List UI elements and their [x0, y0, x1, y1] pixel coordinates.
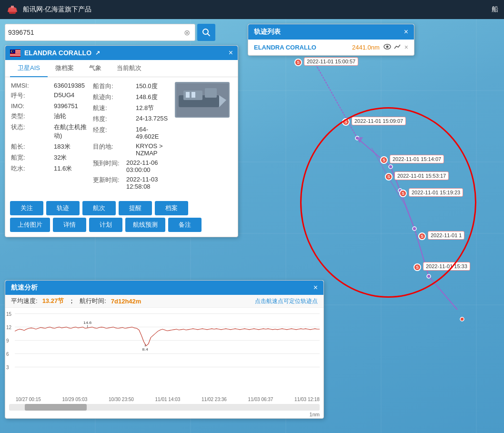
- speed-chart-area: 15 12 9 6 3 14.6 8.4: [5, 308, 323, 396]
- btn-remark[interactable]: 备注: [168, 218, 202, 232]
- flag-icon: [10, 50, 20, 57]
- svg-line-6: [429, 276, 457, 310]
- info-lat: 纬度: 24-13.725S: [93, 115, 170, 123]
- ts-icon-3: S: [380, 156, 388, 164]
- tab-current-voyage[interactable]: 当前航次: [109, 60, 149, 77]
- svg-rect-38: [10, 55, 20, 56]
- svg-line-7: [405, 205, 414, 229]
- search-button[interactable]: [197, 24, 215, 41]
- ship-panel-title-area: ELANDRA CORALLO ↗: [10, 49, 100, 57]
- tab-satellite-ais[interactable]: 卫星AIS: [10, 60, 48, 77]
- speed-stats-row: 平均速度: 13.27节 ； 航行时间: 7d12h42m 点击航速点可定位轨迹…: [5, 295, 323, 308]
- label-imo: IMO:: [11, 102, 54, 110]
- value-mmsi: 636019385: [54, 82, 85, 89]
- info-eta: 预到时间: 2022-11-06 03:00:00: [93, 159, 170, 173]
- travel-time-label: 航行时间:: [80, 297, 106, 305]
- label-lat: 纬度:: [93, 115, 136, 123]
- svg-line-30: [208, 34, 210, 36]
- avg-speed-label: 平均速度:: [11, 297, 38, 305]
- ship-tabs: 卫星AIS 微档案 气象 当前航次: [5, 60, 238, 77]
- ts-label-4: 2022-11-01 15:53:17: [394, 171, 449, 180]
- unit-label: 1nm: [5, 412, 323, 418]
- external-link-icon[interactable]: ↗: [95, 50, 100, 56]
- btn-detail[interactable]: 详情: [53, 218, 86, 232]
- value-length: 183米: [54, 142, 71, 151]
- x-axis-labels: 10/27 00:15 10/29 05:03 10/30 23:50 11/0…: [5, 396, 323, 403]
- btn-profile[interactable]: 档案: [155, 201, 188, 215]
- btn-upload-photo[interactable]: 上传图片: [10, 218, 50, 232]
- y-tick-9: 9: [6, 338, 9, 343]
- speed-panel-header: 航速分析 ×: [5, 281, 323, 295]
- btn-follow[interactable]: 关注: [10, 201, 43, 215]
- btn-plan[interactable]: 计划: [89, 218, 122, 232]
- label-length: 船长:: [11, 142, 54, 151]
- value-status: 在航(主机推动): [54, 123, 88, 140]
- btn-voyage[interactable]: 航次: [82, 201, 116, 215]
- svg-rect-49: [192, 92, 195, 98]
- track-ship-name: ELANDRA CORALLO: [254, 44, 348, 51]
- label-dest: 目的地:: [93, 142, 136, 157]
- ship-panel-close-button[interactable]: ×: [229, 49, 233, 57]
- label-lon: 经度:: [93, 126, 136, 140]
- value-width: 32米: [54, 153, 67, 162]
- chart-scrollbar[interactable]: [9, 404, 320, 411]
- svg-rect-48: [186, 92, 190, 98]
- label-course: 航迹向:: [93, 93, 136, 101]
- info-imo: IMO: 9396751: [11, 102, 88, 110]
- ship-info-left: MMSI: 636019385 呼号: D5UG4 IMO: 9396751 类…: [11, 82, 88, 192]
- label-callsign: 呼号:: [11, 91, 54, 100]
- chart-scrollbar-thumb[interactable]: [25, 404, 87, 411]
- svg-text:8.4: 8.4: [142, 347, 149, 352]
- svg-point-51: [386, 46, 388, 48]
- search-input[interactable]: [8, 29, 182, 36]
- svg-point-15: [427, 274, 431, 278]
- track-remove-icon[interactable]: ×: [404, 43, 408, 51]
- ts-icon-7: S: [413, 263, 421, 271]
- header: 船讯网·亿海蓝旗下产品 船: [0, 0, 504, 19]
- info-callsign: 呼号: D5UG4: [11, 91, 88, 100]
- x-label-0: 10/27 00:15: [16, 397, 41, 402]
- info-type: 类型: 油轮: [11, 112, 88, 121]
- info-course: 航迹向: 148.6度: [93, 93, 170, 101]
- track-eye-icon[interactable]: [383, 43, 391, 51]
- tab-weather[interactable]: 气象: [81, 60, 109, 77]
- ship-info-body: MMSI: 636019385 呼号: D5UG4 IMO: 9396751 类…: [5, 77, 238, 197]
- track-chart-icon[interactable]: [394, 43, 402, 51]
- ship-actions-row1: 关注 轨迹 航次 提醒 档案: [5, 197, 238, 218]
- y-tick-6: 6: [6, 352, 9, 357]
- ts-icon-5: S: [399, 190, 407, 197]
- search-clear-button[interactable]: ⊗: [182, 28, 192, 37]
- tab-micro-profile[interactable]: 微档案: [48, 60, 81, 77]
- track-icon-group: ×: [383, 43, 408, 51]
- info-status: 状态: 在航(主机推动): [11, 123, 88, 140]
- x-label-3: 11/01 14:03: [155, 397, 181, 402]
- btn-route-predict[interactable]: 航线预测: [125, 218, 165, 232]
- info-dest: 目的地: KRYOS > NZMAP: [93, 142, 170, 157]
- label-update: 更新时间:: [93, 176, 126, 190]
- label-eta: 预到时间:: [93, 159, 126, 173]
- x-label-6: 11/03 12:18: [294, 397, 320, 402]
- x-label-2: 10/30 23:50: [109, 397, 134, 402]
- value-update: 2022-11-03 12:58:08: [126, 176, 170, 190]
- info-width: 船宽: 32米: [11, 153, 88, 162]
- value-type: 油轮: [54, 112, 66, 121]
- speed-chart-svg[interactable]: 14.6 8.4: [15, 312, 320, 379]
- track-list-panel: 轨迹列表 × ELANDRA CORALLO 2441.0nm ×: [248, 24, 414, 56]
- speed-panel-close-button[interactable]: ×: [313, 284, 318, 292]
- header-right: 船: [486, 0, 504, 19]
- svg-point-11: [355, 136, 359, 140]
- avg-speed-value: 13.27节: [42, 297, 64, 305]
- value-course: 148.6度: [136, 93, 158, 101]
- speed-hint[interactable]: 点击航速点可定位轨迹点: [255, 297, 318, 305]
- btn-track[interactable]: 轨迹: [46, 201, 80, 215]
- value-lon: 164-49.602E: [136, 126, 170, 140]
- x-label-1: 10/29 05:03: [62, 397, 88, 402]
- y-tick-3: 3: [6, 365, 9, 370]
- btn-alert[interactable]: 提醒: [119, 201, 152, 215]
- ts-label-6: 2022-11-01 1: [428, 231, 464, 240]
- info-draft: 吃水: 11.6米: [11, 164, 88, 173]
- value-dest: KRYOS > NZMAP: [136, 142, 170, 157]
- info-mmsi: MMSI: 636019385: [11, 82, 88, 89]
- ship-panel-header: ELANDRA CORALLO ↗ ×: [5, 46, 238, 60]
- track-panel-close-button[interactable]: ×: [404, 28, 408, 36]
